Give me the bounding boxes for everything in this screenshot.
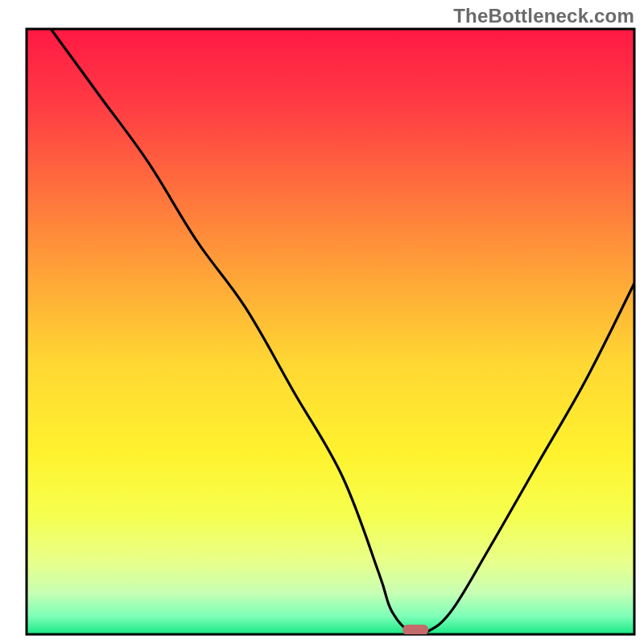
bottleneck-chart (0, 0, 644, 644)
chart-stage: TheBottleneck.com (0, 0, 644, 644)
optimal-marker (402, 625, 428, 635)
plot-area (27, 29, 634, 635)
